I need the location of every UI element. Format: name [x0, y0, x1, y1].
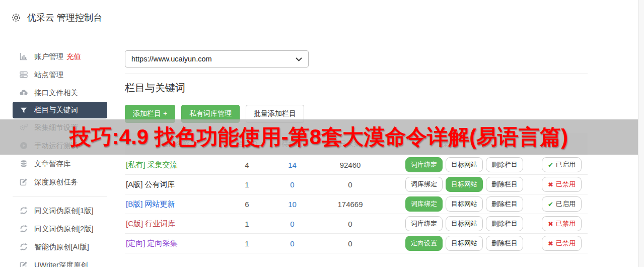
table-row: [定向] 定向采集100定向设置目标网站删除栏目✖已禁用 [125, 234, 588, 253]
pending-count-link[interactable]: 0 [268, 180, 316, 189]
cloud-upload-icon [19, 89, 28, 97]
row-actions: 定向设置目标网站删除栏目 [384, 236, 513, 251]
x-icon: ✖ [548, 240, 553, 247]
toolbar-button[interactable]: 添加栏目 + [125, 105, 175, 123]
status-label: 已禁用 [556, 239, 576, 248]
sidebar-item-collect-detail[interactable]: 采集细节设置 [13, 118, 107, 137]
sidebar-item-label: 同义词伪原创[1版] [34, 206, 94, 216]
status-label: 已禁用 [556, 180, 576, 189]
status-badge[interactable]: ✖已禁用 [542, 216, 582, 231]
sidebar-item-label: 栏目与关键词 [34, 105, 78, 115]
table-header-cell: 待抓取 [268, 140, 316, 149]
app-title: 优采云 管理控制台 [27, 12, 102, 24]
toolbar: 添加栏目 +私有词库管理批量添加栏目 [125, 105, 588, 123]
column-id-cell: 1 [226, 220, 268, 228]
action-button[interactable]: 目标网站 [446, 236, 483, 251]
sidebar-item-synonym-1[interactable]: 同义词伪原创[1版] [13, 202, 107, 220]
status-cell: ✖已禁用 [513, 177, 588, 192]
sidebar-item-label: 采集细节设置 [34, 123, 78, 132]
gears-icon [19, 123, 28, 131]
column-name-link[interactable]: [C版] 行业词库 [125, 219, 226, 229]
columns-table: 栏目名称栏目ID待抓取已采集操作状态 [私有] 采集交流41492460词库绑定… [125, 133, 588, 253]
pending-count-link[interactable]: 0 [268, 239, 316, 248]
action-button[interactable]: 定向设置 [405, 236, 443, 251]
sidebar-item-label: 站点管理 [34, 70, 63, 80]
refresh-icon [19, 225, 28, 233]
edit-icon [19, 178, 28, 186]
status-label: 已启用 [556, 160, 576, 169]
action-button[interactable]: 词库绑定 [405, 196, 443, 212]
site-selector-value: https://www.ucaiyun.com [131, 55, 212, 63]
sidebar-item-ai-rewrite[interactable]: 智能伪原创[AI版] [13, 238, 107, 256]
toolbar-button[interactable]: 批量添加栏目 [246, 105, 304, 123]
pending-count-link[interactable]: 14 [268, 161, 316, 169]
row-actions: 词库绑定目标网站删除栏目 [384, 196, 513, 212]
pending-count-link[interactable]: 0 [268, 220, 316, 228]
row-actions: 词库绑定目标网站删除栏目 [384, 216, 513, 231]
column-id-cell: 4 [226, 161, 268, 169]
action-button[interactable]: 目标网站 [446, 177, 483, 192]
sidebar-item-interface[interactable]: 接口文件相关 [13, 84, 107, 102]
collected-count-cell: 0 [316, 239, 384, 248]
table-header-cell: 栏目名称 [125, 140, 226, 149]
status-cell: ✖已禁用 [513, 216, 588, 231]
status-cell: ✔已启用 [513, 157, 588, 172]
column-name-link[interactable]: [定向] 定向采集 [125, 239, 226, 248]
sidebar-item-account[interactable]: 账户管理充值 [13, 47, 107, 65]
pending-count-link[interactable]: 10 [268, 200, 316, 209]
table-header-cell: 已采集 [316, 140, 384, 149]
table-header-cell: 操作 [384, 140, 513, 149]
sidebar: 账户管理充值站点管理接口文件相关栏目与关键词采集细节设置手动运行测试文章暂存库深… [0, 35, 125, 267]
sidebar-item-label: 接口文件相关 [34, 88, 78, 98]
table-row: [C版] 行业词库100词库绑定目标网站删除栏目✖已禁用 [125, 214, 588, 234]
action-button[interactable]: 词库绑定 [405, 216, 443, 231]
sidebar-item-manual-test[interactable]: 手动运行测试 [13, 137, 107, 155]
vertical-scrollbar[interactable] [638, 0, 644, 267]
table-row: [A版] 公有词库100词库绑定目标网站删除栏目✖已禁用 [125, 175, 588, 194]
status-badge[interactable]: ✔已启用 [542, 196, 582, 212]
status-cell: ✔已启用 [513, 196, 588, 212]
row-actions: 词库绑定目标网站删除栏目 [384, 177, 513, 192]
collected-count-cell: 92460 [316, 161, 384, 169]
sidebar-item-deep-original[interactable]: 深度原创任务 [13, 173, 107, 191]
table-header-cell: 状态 [513, 140, 588, 149]
site-selector-dropdown[interactable]: https://www.ucaiyun.com [125, 50, 309, 68]
database-icon [19, 160, 28, 168]
column-name-link[interactable]: [A版] 公有词库 [125, 180, 226, 189]
sidebar-item-label: UWriter深度原创 [34, 260, 88, 267]
column-id-cell: 1 [226, 180, 268, 189]
funnel-icon [19, 107, 28, 114]
toolbar-button[interactable]: 私有词库管理 [181, 105, 240, 123]
status-label: 已禁用 [556, 219, 576, 228]
sidebar-item-columns[interactable]: 栏目与关键词 [13, 102, 107, 118]
action-button[interactable]: 词库绑定 [405, 157, 443, 172]
action-button[interactable]: 目标网站 [446, 157, 483, 172]
sidebar-item-label: 手动运行测试 [34, 141, 78, 151]
column-id-cell: 1 [226, 239, 268, 248]
status-badge[interactable]: ✖已禁用 [542, 177, 582, 192]
action-button[interactable]: 目标网站 [446, 196, 483, 212]
sidebar-divider [13, 196, 107, 196]
recharge-link[interactable]: 充值 [66, 52, 81, 61]
sidebar-item-label: 账户管理 [34, 52, 63, 61]
sidebar-item-label: 文章暂存库 [34, 159, 71, 169]
action-button[interactable]: 目标网站 [446, 216, 483, 231]
collected-count-cell: 0 [316, 180, 384, 189]
table-row: [私有] 采集交流41492460词库绑定目标网站删除栏目✔已启用 [125, 155, 588, 175]
status-badge[interactable]: ✖已禁用 [542, 236, 582, 251]
sidebar-item-label: 深度原创任务 [34, 177, 78, 187]
action-button[interactable]: 词库绑定 [405, 177, 443, 192]
sidebar-item-article-store[interactable]: 文章暂存库 [13, 155, 107, 173]
play-icon [19, 142, 28, 150]
column-name-link[interactable]: [私有] 采集交流 [125, 160, 226, 170]
collected-count-cell: 0 [316, 220, 384, 228]
sidebar-item-sites[interactable]: 站点管理 [13, 65, 107, 84]
status-badge[interactable]: ✔已启用 [542, 157, 582, 172]
sidebar-item-synonym-2[interactable]: 同义词伪原创[2版] [13, 220, 107, 238]
status-label: 已启用 [556, 199, 576, 209]
check-icon: ✔ [548, 201, 553, 208]
sidebar-item-uwriter[interactable]: UWriter深度原创 [13, 256, 107, 267]
divider [125, 74, 588, 74]
column-name-link[interactable]: [B版] 网站更新 [125, 199, 226, 209]
sidebar-item-label: 智能伪原创[AI版] [34, 242, 89, 252]
